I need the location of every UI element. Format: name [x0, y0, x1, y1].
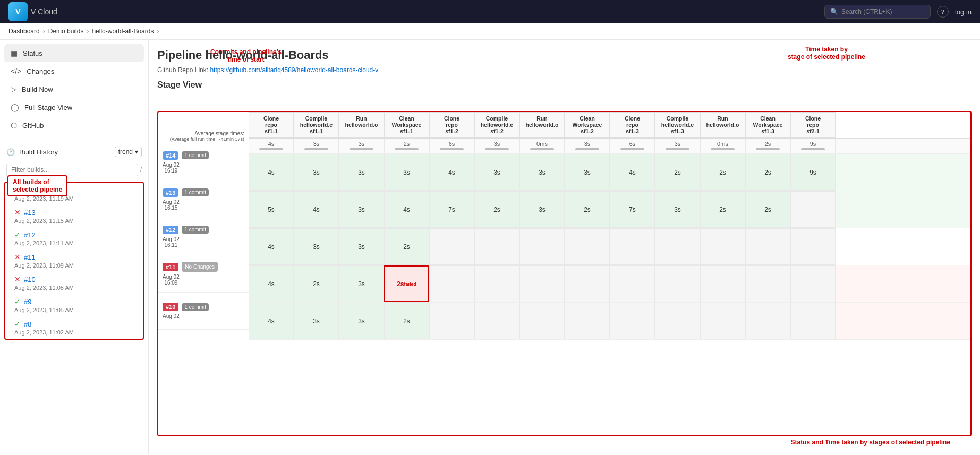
- stage-data-cell[interactable]: 2s: [384, 228, 429, 265]
- stage-data-cell[interactable]: 4s: [294, 191, 339, 228]
- sidebar-item-full-stage-view[interactable]: ◯ Full Stage View: [4, 98, 144, 116]
- data-rows: 4s3s3s3s4s3s3s3s4s2s2s2s9s5s4s3s4s7s2s3s…: [249, 154, 970, 340]
- sidebar-item-github[interactable]: ⬡ GitHub: [4, 116, 144, 134]
- commit-badge[interactable]: 1 commit: [182, 226, 209, 234]
- stage-data-cell[interactable]: 3s: [339, 154, 384, 191]
- stage-data-cell[interactable]: 3s: [339, 265, 384, 302]
- stage-data-cell[interactable]: [610, 228, 655, 265]
- stage-data-cell[interactable]: [429, 228, 474, 265]
- stage-data-cell[interactable]: [745, 228, 790, 265]
- stage-data-cell[interactable]: 4s: [249, 265, 294, 302]
- stage-data-cell[interactable]: [610, 265, 655, 302]
- build-list-item[interactable]: ✓ #8 Aug 2, 2023, 11:02 AM: [5, 316, 143, 339]
- stage-data-cell[interactable]: 2sfailed: [384, 265, 429, 302]
- stage-data-cell[interactable]: 2s: [700, 191, 745, 228]
- stage-data-cell[interactable]: [429, 303, 474, 339]
- sidebar-item-build-now[interactable]: ▷ Build Now: [4, 80, 144, 98]
- stage-data-cell[interactable]: [474, 265, 519, 302]
- stage-data-cell[interactable]: [610, 303, 655, 339]
- stage-data-cell[interactable]: [790, 265, 836, 302]
- stage-data-cell[interactable]: [655, 303, 700, 339]
- stage-data-cell[interactable]: [790, 303, 836, 339]
- stage-data-cell[interactable]: 4s: [610, 154, 655, 191]
- login-button[interactable]: log in: [955, 8, 972, 16]
- stage-data-cell[interactable]: [745, 265, 790, 302]
- stage-data-cell[interactable]: 3s: [339, 191, 384, 228]
- stage-data-cell[interactable]: 4s: [249, 303, 294, 339]
- stage-data-cell[interactable]: 2s: [474, 191, 519, 228]
- stage-data-cell[interactable]: [519, 303, 565, 339]
- pipeline-row-left[interactable]: #14 1 commit Aug 02 16:19: [158, 144, 249, 181]
- build-filter-input[interactable]: [6, 164, 138, 176]
- pipeline-row-left[interactable]: #13 1 commit Aug 02 16:15: [158, 181, 249, 218]
- stage-data-cell[interactable]: [655, 265, 700, 302]
- breadcrumb-dashboard[interactable]: Dashboard: [8, 28, 40, 35]
- stage-data-cell[interactable]: 4s: [249, 154, 294, 191]
- help-button[interactable]: ?: [937, 6, 949, 18]
- stage-data-cell[interactable]: 2s: [745, 191, 790, 228]
- stage-data-cell[interactable]: 2s: [565, 191, 610, 228]
- stage-data-cell[interactable]: [565, 303, 610, 339]
- build-list-item[interactable]: ✓ #14 Aug 2, 2023, 11:19 AM: [5, 183, 143, 205]
- stage-data-cell[interactable]: 3s: [339, 228, 384, 265]
- stage-data-cell[interactable]: 3s: [519, 154, 565, 191]
- build-list-item[interactable]: ✕ #13 Aug 2, 2023, 11:15 AM: [5, 205, 143, 227]
- commit-badge[interactable]: 1 commit: [182, 303, 209, 311]
- sidebar-item-changes[interactable]: </> Changes: [4, 62, 144, 80]
- stage-data-cell[interactable]: [790, 228, 836, 265]
- stage-data-cell[interactable]: [429, 265, 474, 302]
- stage-data-cell[interactable]: 3s: [384, 154, 429, 191]
- stage-data-cell[interactable]: [745, 303, 790, 339]
- breadcrumb-demo-builds[interactable]: Demo builds: [48, 28, 84, 35]
- stage-data-cell[interactable]: 9s: [790, 154, 836, 191]
- stage-data-cell[interactable]: 3s: [294, 303, 339, 339]
- stage-data-cell[interactable]: [700, 228, 745, 265]
- build-history-icon: 🕐: [6, 148, 15, 156]
- stage-data-cell[interactable]: 7s: [429, 191, 474, 228]
- stage-data-cell[interactable]: 3s: [474, 154, 519, 191]
- stage-data-cell[interactable]: 2s: [294, 265, 339, 302]
- stage-data-cell[interactable]: 4s: [249, 228, 294, 265]
- commit-badge[interactable]: 1 commit: [182, 188, 209, 196]
- stage-data-cell[interactable]: 2s: [655, 154, 700, 191]
- stage-data-cell[interactable]: [700, 303, 745, 339]
- stage-data-cell[interactable]: 2s: [745, 154, 790, 191]
- stage-data-cell[interactable]: [565, 265, 610, 302]
- pipeline-row-left[interactable]: #10 1 commit Aug 02: [158, 293, 249, 330]
- pipeline-row-left[interactable]: #12 1 commit Aug 02 16:11: [158, 218, 249, 255]
- build-list-item[interactable]: ✓ #12 Aug 2, 2023, 11:11 AM: [5, 227, 143, 250]
- sidebar-item-status[interactable]: ▦ Status: [4, 44, 144, 62]
- stage-data-cell[interactable]: 4s: [384, 191, 429, 228]
- breadcrumb-current[interactable]: hello-world-all-Boards: [92, 28, 154, 35]
- stage-data-cell[interactable]: [474, 228, 519, 265]
- stage-data-cell[interactable]: 3s: [339, 303, 384, 339]
- app-name: V Cloud: [31, 7, 57, 16]
- github-url[interactable]: https://github.com/alitariq4589/hellowor…: [210, 66, 378, 74]
- stage-data-cell[interactable]: [700, 265, 745, 302]
- stage-data-cell[interactable]: [565, 228, 610, 265]
- stage-data-cell[interactable]: 3s: [565, 154, 610, 191]
- trend-button[interactable]: trend ▾: [115, 147, 142, 157]
- stage-data-cell[interactable]: 7s: [610, 191, 655, 228]
- stage-data-cell[interactable]: [519, 228, 565, 265]
- build-list-item[interactable]: ✕ #10 Aug 2, 2023, 11:08 AM: [5, 272, 143, 294]
- stage-data-cell[interactable]: [474, 303, 519, 339]
- pipeline-row-left[interactable]: #11 No Changes Aug 02 16:09: [158, 255, 249, 293]
- stage-data-cell[interactable]: 3s: [519, 191, 565, 228]
- commit-badge[interactable]: 1 commit: [182, 151, 209, 159]
- stage-data-cell[interactable]: 2s: [384, 303, 429, 339]
- stage-data-cell[interactable]: 2s: [700, 154, 745, 191]
- stage-data-cell[interactable]: 3s: [655, 191, 700, 228]
- stage-data-cell[interactable]: 3s: [294, 154, 339, 191]
- logo-icon[interactable]: V: [8, 2, 28, 21]
- build-list-item[interactable]: ✕ #11 Aug 2, 2023, 11:09 AM: [5, 250, 143, 272]
- stage-data-cell[interactable]: [519, 265, 565, 302]
- build-list-item[interactable]: ✓ #9 Aug 2, 2023, 11:05 AM: [5, 294, 143, 316]
- stage-data-cell[interactable]: 5s: [249, 191, 294, 228]
- stage-data-cell[interactable]: [655, 228, 700, 265]
- stage-data-cell[interactable]: 4s: [429, 154, 474, 191]
- stage-data-cell[interactable]: [790, 191, 836, 228]
- stage-data-cell[interactable]: 3s: [294, 228, 339, 265]
- search-bar[interactable]: 🔍 Search (CTRL+K): [824, 5, 931, 19]
- slash-button[interactable]: /: [140, 166, 142, 174]
